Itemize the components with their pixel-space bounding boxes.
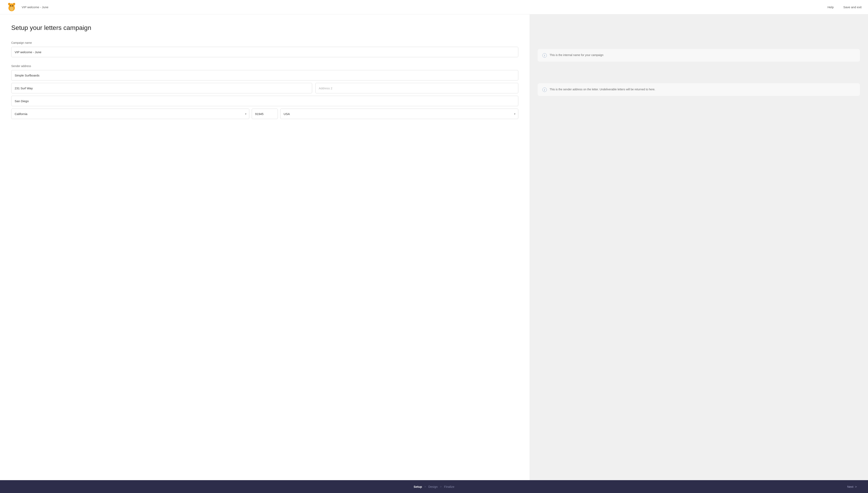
left-panel: Setup your letters campaign Campaign nam… [0, 15, 529, 480]
state-select-wrapper: California New York Texas Florida ▾ [11, 109, 249, 119]
info-card-1-text: This is the internal name for your campa… [550, 53, 603, 57]
step-finalize: Finalize [444, 485, 454, 488]
svg-point-3 [8, 3, 10, 5]
zip-input[interactable] [252, 109, 278, 119]
address-line-row [11, 83, 518, 93]
progress-steps: Setup > Design > Finalize [414, 485, 454, 488]
address-line1-input[interactable] [11, 83, 312, 93]
help-link[interactable]: Help [827, 5, 834, 9]
nav-campaign-name: VIP welcome - June [22, 5, 827, 9]
country-select[interactable]: USA Canada United Kingdom [280, 109, 518, 119]
info-card-1: i This is the internal name for your cam… [538, 49, 860, 62]
company-name-input[interactable] [11, 70, 518, 81]
country-select-wrapper: USA Canada United Kingdom ▾ [280, 109, 518, 119]
save-exit-link[interactable]: Save and exit [843, 5, 862, 9]
sender-address-label: Sender address [11, 64, 518, 68]
info-icon-1: i [542, 53, 547, 58]
top-navigation: VIP welcome - June Help Save and exit [0, 0, 868, 15]
step-design: Design [428, 485, 438, 488]
campaign-name-label: Campaign name [11, 41, 518, 44]
info-card-2-text: This is the sender address on the letter… [550, 87, 655, 91]
logo-icon [6, 2, 17, 13]
bottom-bar: Setup > Design > Finalize Next > [0, 480, 868, 493]
state-zip-country-row: California New York Texas Florida ▾ USA … [11, 109, 518, 119]
next-label: Next [847, 485, 853, 488]
nav-actions: Help Save and exit [827, 5, 862, 9]
address-line2-input[interactable] [316, 83, 518, 93]
step-setup: Setup [414, 485, 422, 488]
info-icon-2: i [542, 87, 547, 92]
svg-point-7 [12, 5, 13, 6]
svg-point-10 [10, 7, 14, 10]
campaign-name-input[interactable] [11, 47, 518, 57]
campaign-name-section: Campaign name [11, 41, 518, 57]
next-arrow-icon: > [855, 485, 857, 488]
sender-address-section: Sender address California New York Texas… [11, 64, 518, 119]
main-content: Setup your letters campaign Campaign nam… [0, 15, 868, 480]
svg-point-6 [10, 5, 11, 6]
right-panel: i This is the internal name for your cam… [529, 15, 868, 480]
city-input[interactable] [11, 96, 518, 106]
page-title: Setup your letters campaign [11, 24, 518, 31]
svg-point-5 [13, 3, 15, 5]
info-card-2: i This is the sender address on the lett… [538, 83, 860, 96]
next-button[interactable]: Next > [844, 484, 860, 490]
separator-2: > [440, 485, 442, 488]
state-select[interactable]: California New York Texas Florida [11, 109, 249, 119]
separator-1: > [425, 485, 426, 488]
